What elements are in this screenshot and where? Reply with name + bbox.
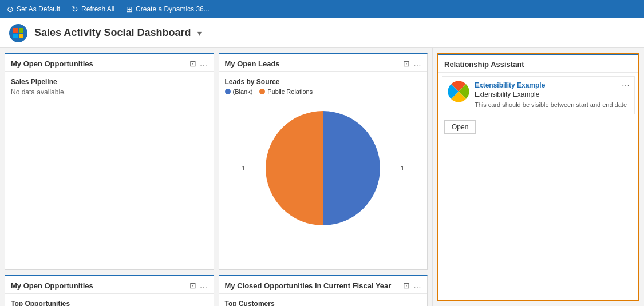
bottom-opp-card-body: Top Opportunities Est. Revenue [5,294,214,306]
svg-rect-1 [19,28,23,33]
ra-open-button[interactable]: Open [444,120,476,134]
pie-label-right: 1 [401,165,404,172]
pie-chart-container: 1 1 [225,100,422,237]
bottom-opp-expand-icon[interactable]: ⊡ [189,281,196,290]
set-default-button[interactable]: ⊙ Set As Default [7,5,60,14]
leads-section-title: Leads by Source [225,78,422,86]
closed-opp-more-icon[interactable]: … [413,281,421,290]
refresh-icon: ↻ [72,5,78,14]
bottom-opp-card-header: My Open Opportunities ⊡ … [5,276,214,294]
dashboard-sidebar: Relationship Assistant Extensibility Exa… [432,48,644,306]
legend-pr-dot [259,89,265,94]
title-chevron-icon[interactable]: ▾ [197,29,202,38]
closed-opp-card-body: Top Customers No data available. [219,294,428,306]
opp-card-title: My Open Opportunities [11,59,93,68]
opp-expand-icon[interactable]: ⊡ [189,59,196,68]
legend-blank-dot [225,89,231,94]
create-icon: ⊞ [126,5,133,14]
closed-opp-card-title: My Closed Opportunities in Current Fisca… [225,281,392,290]
opp-more-icon[interactable]: … [200,59,208,68]
ra-subtitle: Extensibility Example [475,90,629,98]
my-open-opportunities-card: My Open Opportunities ⊡ … Sales Pipeline… [5,53,214,270]
closed-opp-card-header: My Closed Opportunities in Current Fisca… [219,276,428,294]
closed-opp-expand-icon[interactable]: ⊡ [403,281,410,290]
svg-rect-2 [13,34,18,38]
create-dynamics-button[interactable]: ⊞ Create a Dynamics 36... [126,5,210,14]
ra-title-link[interactable]: Extensibility Example [475,81,629,89]
pie-label-left: 1 [242,165,246,172]
legend-blank: (Blank) [225,88,253,95]
extensibility-logo-icon [448,81,469,102]
ra-card-title: Relationship Assistant [444,60,524,69]
leads-card-body: Leads by Source (Blank) Public Relations… [219,72,428,243]
relationship-assistant-card: Relationship Assistant Extensibility Exa… [437,53,639,301]
legend-pr: Public Relations [259,88,313,95]
ra-card-header: Relationship Assistant [438,54,638,73]
leads-card-header: My Open Leads ⊡ … [219,54,428,72]
bottom-opp-card-title: My Open Opportunities [11,281,93,290]
page-header: Sales Activity Social Dashboard ▾ [0,18,644,48]
bottom-opp-more-icon[interactable]: … [200,281,208,290]
opp-no-data: No data available. [11,88,208,96]
ra-item: Extensibility Example Extensibility Exam… [442,76,635,114]
set-default-icon: ⊙ [7,5,14,14]
opp-card-icons: ⊡ … [189,59,208,68]
leads-legend: (Blank) Public Relations [225,88,422,95]
opp-card-body: Sales Pipeline No data available. [5,72,214,102]
opp-section-title: Sales Pipeline [11,78,208,86]
ra-description: This card should be visible between star… [475,101,629,109]
ra-content: Extensibility Example Extensibility Exam… [475,81,629,109]
leads-more-icon[interactable]: … [413,59,421,68]
svg-rect-0 [13,28,18,33]
opp-card-header: My Open Opportunities ⊡ … [5,54,214,72]
svg-rect-3 [19,34,23,38]
refresh-button[interactable]: ↻ Refresh All [72,5,114,14]
bottom-opp-card-icons: ⊡ … [189,281,208,290]
leads-expand-icon[interactable]: ⊡ [403,59,410,68]
my-open-leads-card: My Open Leads ⊡ … Leads by Source (Blank… [219,53,428,270]
closed-opp-section-title: Top Customers [225,300,422,306]
dashboard: My Open Opportunities ⊡ … Sales Pipeline… [0,48,644,306]
bottom-opp-section-title: Top Opportunities [11,300,208,306]
closed-opp-card-icons: ⊡ … [403,281,421,290]
my-closed-opportunities-card: My Closed Opportunities in Current Fisca… [219,275,428,306]
pie-chart [266,111,380,225]
my-open-opportunities-bottom-card: My Open Opportunities ⊡ … Top Opportunit… [5,275,214,306]
avatar [9,24,27,42]
leads-card-title: My Open Leads [225,59,280,68]
top-bar: ⊙ Set As Default ↻ Refresh All ⊞ Create … [0,0,644,18]
dashboard-main: My Open Opportunities ⊡ … Sales Pipeline… [0,48,432,306]
ra-more-icon[interactable]: ⋯ [622,81,630,90]
page-title: Sales Activity Social Dashboard [34,27,191,39]
leads-card-icons: ⊡ … [403,59,421,68]
